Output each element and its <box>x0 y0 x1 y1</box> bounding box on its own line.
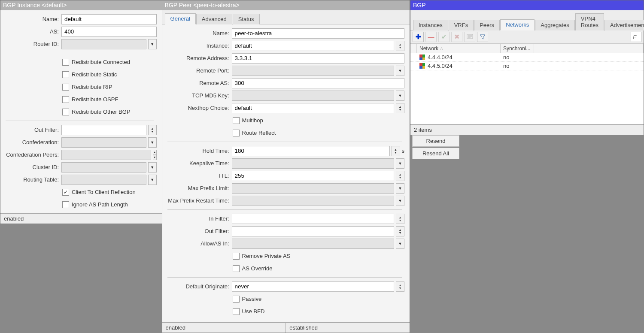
add-button[interactable]: ✚ <box>413 32 424 42</box>
table-row[interactable]: 4.4.4.0/24no <box>410 53 644 62</box>
comment-icon <box>467 34 473 40</box>
remote-port-input[interactable] <box>232 66 394 76</box>
in-filter-input[interactable] <box>232 214 394 224</box>
tab-instances[interactable]: Instances <box>413 20 448 30</box>
dropdown-icon[interactable]: ▲▼ <box>396 282 404 292</box>
remote-address-label: Remote Address: <box>165 55 232 61</box>
comment-button[interactable] <box>464 32 475 42</box>
use-bfd-checkbox[interactable] <box>233 308 240 315</box>
instance-name-input[interactable] <box>61 14 157 24</box>
router-id-input[interactable] <box>61 39 146 49</box>
dropdown-icon[interactable] <box>396 66 404 76</box>
sort-asc-icon: △ <box>440 46 443 51</box>
max-prefix-input[interactable] <box>232 183 394 194</box>
filter-button[interactable] <box>477 32 488 42</box>
synchronize-column-header[interactable]: Synchroni... <box>501 44 534 53</box>
peer-name-input[interactable] <box>232 28 404 39</box>
confederation-input[interactable] <box>61 137 146 148</box>
dropdown-icon[interactable] <box>396 158 404 169</box>
dropdown-icon[interactable]: ▲▼ <box>396 41 404 51</box>
tab-networks[interactable]: Networks <box>500 19 535 30</box>
spin-icon[interactable]: ▲▼ <box>396 214 404 224</box>
spin-icon[interactable]: ▲▼ <box>396 226 404 236</box>
confederation-peers-input[interactable] <box>61 150 151 160</box>
as-input[interactable] <box>61 27 157 37</box>
multihop-checkbox[interactable] <box>233 117 240 124</box>
tab-advanced[interactable]: Advanced <box>196 14 232 24</box>
tab-vrfs[interactable]: VRFs <box>449 20 474 30</box>
bgp-titlebar[interactable]: BGP <box>410 0 644 10</box>
table-row[interactable]: 4.4.5.0/24no <box>410 62 644 70</box>
default-originate-input[interactable] <box>232 282 394 292</box>
dropdown-icon[interactable] <box>396 196 404 206</box>
dropdown-icon[interactable] <box>396 183 404 194</box>
tab-peers[interactable]: Peers <box>474 20 500 30</box>
dropdown-icon[interactable] <box>396 91 404 101</box>
tab-general[interactable]: General <box>165 13 196 24</box>
network-cell: 4.4.5.0/24 <box>428 63 453 69</box>
enable-button[interactable]: ✔ <box>438 32 450 42</box>
dropdown-icon[interactable]: ▲▼ <box>396 103 404 113</box>
dropdown-icon[interactable] <box>396 239 404 249</box>
cluster-id-input[interactable] <box>61 162 146 173</box>
redistribute-static-checkbox[interactable] <box>62 71 69 78</box>
dropdown-icon[interactable] <box>148 162 157 173</box>
remove-button[interactable]: — <box>425 32 437 42</box>
routing-table-input[interactable] <box>61 175 146 185</box>
hold-time-input[interactable] <box>232 146 390 156</box>
resend-button[interactable]: Resend <box>412 135 459 147</box>
route-reflect-checkbox[interactable] <box>233 130 240 136</box>
redistribute-rip-checkbox[interactable] <box>62 84 69 91</box>
router-id-label: Router ID: <box>3 41 61 47</box>
tab-advertisements[interactable]: Advertisements <box>605 20 644 30</box>
dropdown-icon[interactable] <box>148 175 157 185</box>
bgp-peer-titlebar[interactable]: BGP Peer <peer-to-alestra> <box>162 0 410 10</box>
flag-column-header[interactable] <box>410 44 417 53</box>
instance-out-filter-input[interactable] <box>61 125 146 135</box>
nexthop-input[interactable] <box>232 103 394 113</box>
spin-icon[interactable]: ▲▼ <box>148 125 157 135</box>
bgp-peer-body: Name: Instance: ▲▼ Remote Address: Remot… <box>162 24 410 322</box>
redistribute-other-bgp-checkbox[interactable] <box>62 109 69 115</box>
funnel-icon <box>480 34 486 40</box>
tab-vpn4-routes[interactable]: VPN4 Routes <box>575 13 604 30</box>
redistribute-connected-checkbox[interactable] <box>62 59 69 66</box>
peer-instance-input[interactable] <box>232 41 394 51</box>
tab-aggregates[interactable]: Aggregates <box>535 20 575 30</box>
tab-status[interactable]: Status <box>233 14 260 24</box>
spin-icon[interactable]: ▲▼ <box>392 146 400 156</box>
remote-as-input[interactable] <box>232 78 404 88</box>
cluster-id-label: Cluster ID: <box>3 164 61 170</box>
peer-tabs: General Advanced Status <box>162 10 410 24</box>
bgp-instance-titlebar[interactable]: BGP Instance <default> <box>0 0 162 10</box>
remove-private-as-label: Remove Private AS <box>242 253 291 259</box>
dropdown-icon[interactable] <box>148 137 157 148</box>
tcp-md5-input[interactable] <box>232 91 394 101</box>
extra-column-header[interactable] <box>534 44 644 53</box>
network-column-header[interactable]: Network△ <box>417 44 501 53</box>
client-reflection-checkbox[interactable] <box>62 189 69 196</box>
resend-all-button[interactable]: Resend All <box>412 148 459 159</box>
ttl-input[interactable] <box>232 171 394 181</box>
out-filter-input[interactable] <box>232 226 394 236</box>
spin-icon[interactable]: ▲▼ <box>396 171 404 181</box>
name-label: Name: <box>3 16 61 22</box>
remote-address-input[interactable] <box>232 53 404 64</box>
remove-private-as-checkbox[interactable] <box>233 253 240 260</box>
max-prefix-restart-input[interactable] <box>232 196 394 206</box>
confederation-label: Confederation: <box>3 139 61 145</box>
search-input[interactable] <box>631 32 641 42</box>
bgp-instance-title: BGP Instance <default> <box>3 2 67 9</box>
redistribute-rip-label: Redistribute RIP <box>72 84 112 90</box>
in-filter-label: In Filter: <box>165 215 232 222</box>
ignore-as-path-checkbox[interactable] <box>62 201 69 208</box>
disable-button[interactable]: ✖ <box>451 32 462 42</box>
dropdown-icon[interactable] <box>148 39 157 49</box>
redistribute-ospf-checkbox[interactable] <box>62 96 69 103</box>
bgp-window: BGP InstancesVRFsPeersNetworksAggregates… <box>410 0 644 135</box>
keepalive-input[interactable] <box>232 158 394 169</box>
as-override-checkbox[interactable] <box>233 265 240 272</box>
passive-checkbox[interactable] <box>233 296 240 303</box>
spin-buttons[interactable]: ▲▼ <box>153 150 157 160</box>
allowas-input[interactable] <box>232 239 394 249</box>
